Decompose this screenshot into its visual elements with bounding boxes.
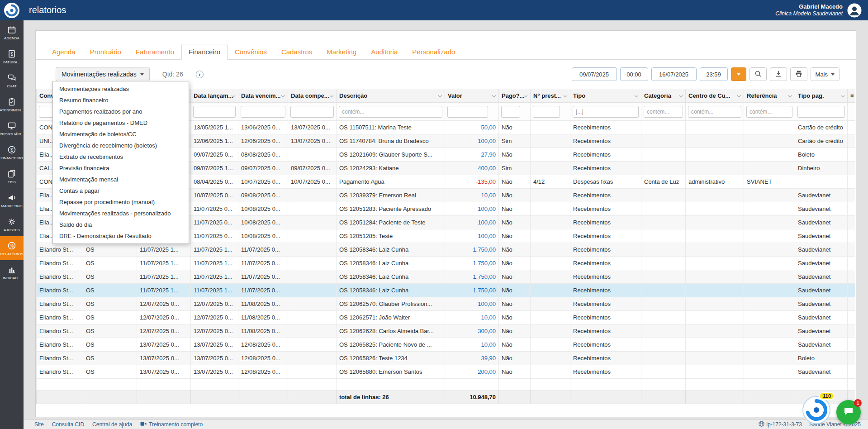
sidebar-item-indicad[interactable]: INDICAD... (0, 260, 24, 284)
server-info[interactable]: ip-172-31-3-73 (759, 421, 802, 428)
time-from-input[interactable] (620, 67, 648, 81)
filter-input-data-lan-am[interactable] (193, 106, 236, 118)
filter-input-tipo-pag[interactable] (797, 106, 845, 118)
sidebar-item-ajustes[interactable]: AJUSTES (0, 212, 24, 236)
column-header-data-compe[interactable]: Data compe... (288, 89, 337, 103)
date-from-input[interactable] (572, 67, 617, 81)
cell: Eliandro St... (37, 338, 83, 352)
time-to-input[interactable] (700, 67, 728, 81)
menu-item-pagamentos-realizados-por-ano[interactable]: Pagamentos realizados por ano (53, 106, 189, 117)
filter-input-descri-o[interactable] (339, 106, 442, 118)
filter-input-centro-de-cu[interactable] (688, 106, 741, 118)
menu-item-movimenta-o-de-boletos-cc[interactable]: Movimentação de boletos/CC (53, 129, 189, 140)
menu-item-relat-rio-de-pagamentos-dmed[interactable]: Relatório de pagamentos - DMED (53, 117, 189, 129)
table-row[interactable]: Eliandro St...OS11/07/2025 1...11/07/202… (37, 257, 855, 270)
filter-input-n-prest[interactable] (533, 106, 560, 118)
menu-item-movimenta-o-mensal[interactable]: Movimentação mensal (53, 174, 189, 185)
tab-financeiro[interactable]: Financeiro (181, 44, 228, 60)
menu-item-diverg-ncia-de-recebimento-boletos[interactable]: Divergência de recebimento (boletos) (53, 140, 189, 151)
filter-input-valor[interactable] (447, 106, 488, 118)
sidebar-item-relat-rios[interactable]: %RELATÓRIOS (0, 236, 24, 260)
sidebar-item-label: PRONTUÁRI... (0, 132, 24, 136)
info-icon[interactable]: i (196, 71, 204, 78)
footer-link-consulta-cid[interactable]: Consulta CID (52, 421, 84, 428)
cell: OS 12024293: Katiane (337, 162, 445, 175)
filter-input-categoria[interactable] (644, 106, 683, 118)
cell: Não (499, 365, 531, 379)
cell: OS 12051283: Paciente Apressado (337, 202, 445, 216)
table-row[interactable]: Eliandro St...OS13/07/2025 0...13/07/202… (37, 352, 855, 365)
column-header-data-lan-am[interactable]: Data lançam... (191, 89, 238, 103)
tab-cadastros[interactable]: Cadastros (274, 44, 319, 60)
column-header-descri-o[interactable]: Descrição (337, 89, 445, 103)
search-button[interactable] (749, 67, 767, 81)
cell: Sim (499, 162, 531, 175)
column-menu-button[interactable]: ≡ (848, 89, 855, 103)
table-row[interactable]: Eliandro St...OS12/07/2025 0...12/07/202… (37, 311, 855, 324)
chat-widget-button[interactable]: 1 (836, 400, 861, 424)
tab-conv-nios[interactable]: Convênios (228, 44, 274, 60)
menu-item-extrato-de-recebimentos[interactable]: Extrato de recebimentos (53, 151, 189, 162)
filter-input-refer-ncia[interactable] (746, 106, 792, 118)
column-header-data-vencim[interactable]: Data vencim... (238, 89, 288, 103)
period-preset-button[interactable] (731, 67, 746, 81)
tab-agenda[interactable]: Agenda (45, 44, 83, 60)
menu-item-saldo-do-dia[interactable]: Saldo do dia (53, 219, 189, 230)
tab-prontu-rio[interactable]: Prontuário (83, 44, 128, 60)
sidebar-item-atendimen[interactable]: ATENDIMEN... (0, 92, 24, 116)
menu-item-contas-a-pagar[interactable]: Contas a pagar (53, 185, 189, 196)
sidebar-item-marketing[interactable]: MARKETING (0, 188, 24, 212)
mais-button[interactable]: Mais (811, 67, 840, 81)
support-widget-button[interactable]: 110 (802, 396, 831, 424)
menu-item-resumo-financeiro[interactable]: Resumo financeiro (53, 95, 189, 106)
table-row[interactable]: Eliandro St...OS11/07/2025 1...11/07/202… (37, 270, 855, 284)
menu-item-previs-o-financeira[interactable]: Previsão financeira (53, 162, 189, 174)
menu-item-repasse-por-procedimento-manual[interactable]: Repasse por procedimento (manual) (53, 196, 189, 208)
avatar-icon[interactable] (847, 3, 862, 18)
cell: Dinheiro (795, 162, 848, 175)
table-row[interactable]: Eliandro St...OS13/07/2025 0...13/07/202… (37, 338, 855, 352)
sidebar-item-prontu-ri[interactable]: PRONTUÁRI... (0, 116, 24, 140)
svg-text:$: $ (10, 147, 13, 152)
column-header-pago[interactable]: Pago?... (499, 89, 531, 103)
menu-item-movimenta-es-realizadas[interactable]: Movimentações realizadas (53, 83, 189, 95)
filter-input-tipo[interactable] (573, 106, 639, 118)
notification-count-badge: 110 (819, 392, 835, 400)
footer-link-central-de-ajuda[interactable]: Central de ajuda (92, 421, 132, 428)
tab-personalizado[interactable]: Personalizado (405, 44, 462, 60)
column-header-tipo[interactable]: Tipo (570, 89, 641, 103)
print-button[interactable] (790, 67, 807, 81)
column-header-valor[interactable]: Valor (445, 89, 499, 103)
download-button[interactable] (770, 67, 787, 81)
filter-input-data-compe[interactable] (290, 106, 334, 118)
sidebar-item-tiss[interactable]: TISS (0, 164, 24, 188)
footer-link-site[interactable]: Site (34, 421, 44, 428)
sidebar-item-fatura[interactable]: $FATURA... (0, 44, 24, 68)
sidebar-item-financeiro[interactable]: $FINANCEIRO (0, 140, 24, 164)
column-header-categoria[interactable]: Categoria (641, 89, 686, 103)
column-header-tipo-pag[interactable]: Tipo pag. (795, 89, 848, 103)
sidebar-item-chat[interactable]: CHAT (0, 68, 24, 92)
tab-faturamento[interactable]: Faturamento (128, 44, 181, 60)
sidebar-item-agenda[interactable]: AGENDA (0, 20, 24, 44)
column-header-centro-de-cu[interactable]: Centro de Cu... (686, 89, 744, 103)
menu-item-movimenta-es-realizadas-personalizado[interactable]: Movimentações realizadas - personalizado (53, 208, 189, 219)
filter-input-data-vencim[interactable] (241, 106, 285, 118)
table-row[interactable]: Eliandro St...OS13/07/2025 0...13/07/202… (37, 365, 855, 379)
tab-auditoria[interactable]: Auditoria (364, 44, 405, 60)
date-to-input[interactable] (651, 67, 697, 81)
table-row[interactable]: Eliandro St...OS12/07/2025 0...12/07/202… (37, 324, 855, 338)
cell (641, 270, 686, 284)
table-row[interactable]: Eliandro St...OS12/07/2025 0...12/07/202… (37, 297, 855, 311)
footer-link-treinamento-completo[interactable]: Treinamento completo (140, 421, 203, 428)
column-label: Referência (747, 92, 777, 99)
tab-marketing[interactable]: Marketing (319, 44, 364, 60)
column-header-n-prest[interactable]: N° prest... (531, 89, 570, 103)
user-menu[interactable]: Gabriel Macedo Clinica Modelo Saudeviane… (775, 3, 868, 18)
column-header-refer-ncia[interactable]: Referência (744, 89, 795, 103)
report-selector-button[interactable]: Movimentações realizadas (56, 67, 150, 81)
table-row[interactable]: Eliandro St...OS11/07/2025 1...11/07/202… (37, 284, 855, 297)
menu-item-dre-demonstra-o-de-resultado[interactable]: DRE - Demonstração de Resultado (53, 230, 189, 242)
table-row[interactable]: Eliandro St...OS11/07/2025 1...11/07/202… (37, 243, 855, 257)
filter-input-pago[interactable] (501, 106, 520, 118)
